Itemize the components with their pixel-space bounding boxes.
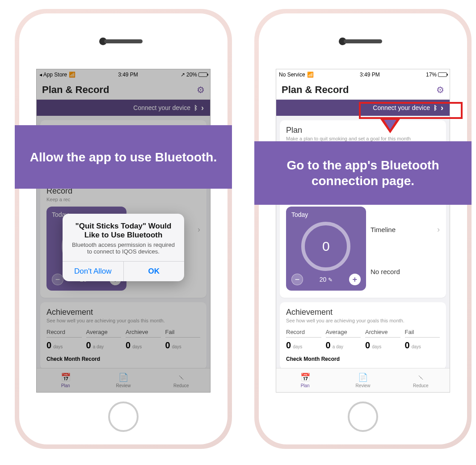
- tab-reduce[interactable]: ⟍Reduce: [392, 368, 450, 392]
- ach-col-average: Average0a day: [86, 329, 122, 351]
- today-label: Today: [291, 211, 361, 218]
- chevron-right-icon: [437, 225, 440, 234]
- page-title: Plan & Record: [42, 84, 109, 96]
- minus-button[interactable]: −: [291, 274, 303, 285]
- ach-col-archieve: Archieve0days: [365, 329, 400, 351]
- home-button[interactable]: [108, 402, 139, 432]
- tab-plan[interactable]: 📅Plan: [276, 368, 334, 392]
- battery-percent: 17%: [426, 72, 437, 78]
- reduce-icon: ⟍: [416, 372, 425, 382]
- status-time: 3:49 PM: [360, 72, 380, 78]
- pencil-icon: [328, 276, 333, 283]
- achievement-title: Achievement: [46, 308, 200, 317]
- ach-col-record: Record0days: [46, 329, 82, 351]
- timeline-row[interactable]: Timeline: [371, 222, 440, 237]
- tab-reduce[interactable]: ⟍Reduce: [152, 368, 210, 392]
- reduce-icon: ⟍: [176, 372, 186, 382]
- speaker-grill: [344, 39, 382, 43]
- speaker-grill: [104, 39, 143, 43]
- plus-button[interactable]: +: [349, 274, 361, 285]
- battery-percent: 20%: [186, 72, 197, 78]
- page-title: Plan & Record: [282, 84, 349, 96]
- calendar-icon: 📅: [61, 372, 71, 382]
- today-card: Today 0 − 20 +: [286, 207, 366, 291]
- plan-title: Plan: [286, 126, 440, 135]
- ach-col-archieve: Archieve0days: [126, 329, 161, 351]
- today-count-ring: 0: [301, 222, 350, 271]
- phone-frame-right: No Service 📶 3:49 PM 17% Plan & Record ⚙…: [254, 9, 472, 449]
- calendar-icon: 📅: [300, 372, 310, 382]
- plan-subtitle: Make a plan to quit smoking and set a go…: [286, 136, 440, 141]
- limit-value[interactable]: 20: [320, 276, 333, 283]
- check-month-record[interactable]: Check Month Record: [46, 356, 200, 362]
- ach-col-fail: Fail0days: [405, 329, 440, 351]
- gear-icon[interactable]: ⚙: [197, 85, 205, 95]
- home-button[interactable]: [348, 402, 378, 432]
- tab-bar: 📅Plan 📄Review ⟍Reduce: [37, 368, 210, 392]
- tab-plan[interactable]: 📅Plan: [37, 368, 94, 392]
- check-month-record[interactable]: Check Month Record: [286, 356, 440, 362]
- record-subtitle: Keep a rec: [46, 197, 200, 202]
- status-bar: ◂ App Store 📶 3:49 PM ↗ 20%: [37, 69, 210, 80]
- bluetooth-icon: [194, 104, 198, 111]
- achievement-title: Achievement: [286, 308, 440, 317]
- achievement-subtitle: See how well you are achieving your goal…: [46, 318, 200, 323]
- ach-col-record: Record0days: [286, 329, 321, 351]
- connect-device-label: Connect your device: [133, 104, 190, 111]
- tab-review[interactable]: 📄Review: [334, 368, 392, 392]
- document-icon: 📄: [358, 372, 368, 382]
- carrier-label: No Service: [279, 72, 305, 78]
- achievement-subtitle: See how well you are achieving your goal…: [286, 318, 440, 323]
- alert-ok-button[interactable]: OK: [124, 262, 185, 281]
- ach-col-average: Average0a day: [326, 329, 361, 351]
- achievement-section: Achievement See how well you are achievi…: [280, 302, 446, 369]
- status-bar: No Service 📶 3:49 PM 17%: [276, 69, 450, 80]
- phone-frame-left: ◂ App Store 📶 3:49 PM ↗ 20% Plan & Recor…: [15, 9, 232, 449]
- back-to-app[interactable]: ◂ App Store: [39, 72, 67, 78]
- tab-review[interactable]: 📄Review: [94, 368, 152, 392]
- status-time: 3:49 PM: [118, 72, 138, 78]
- battery-icon: [198, 72, 207, 77]
- document-icon: 📄: [118, 372, 128, 382]
- gear-icon[interactable]: ⚙: [436, 85, 444, 95]
- nav-bar: Plan & Record ⚙: [276, 80, 450, 100]
- chevron-right-icon: [198, 225, 200, 234]
- wifi-icon: 📶: [69, 72, 76, 78]
- battery-icon: [438, 72, 447, 77]
- bluetooth-permission-alert: "Quit Sticks Today" Would Like to Use Bl…: [63, 214, 184, 281]
- instruction-banner-right: Go to the app's Bluetooth connection pag…: [254, 141, 472, 205]
- alert-message: Bluetooth access permission is required …: [70, 241, 177, 255]
- location-icon: ↗: [181, 72, 185, 78]
- chevron-right-icon: [201, 103, 204, 113]
- highlight-rectangle: [359, 102, 463, 119]
- instruction-banner-left: Allow the app to use Bluetooth.: [15, 125, 232, 189]
- minus-button[interactable]: −: [52, 274, 63, 285]
- wifi-icon: 📶: [307, 72, 314, 78]
- callout-arrow-icon: [380, 119, 400, 133]
- tab-bar: 📅Plan 📄Review ⟍Reduce: [276, 368, 450, 392]
- alert-dont-allow-button[interactable]: Don't Allow: [63, 262, 124, 281]
- connect-device-bar[interactable]: Connect your device: [37, 100, 210, 116]
- nav-bar: Plan & Record ⚙: [37, 80, 210, 100]
- no-record-label: No record: [371, 268, 440, 275]
- alert-title: "Quit Sticks Today" Would Like to Use Bl…: [70, 222, 177, 240]
- ach-col-fail: Fail0days: [165, 329, 201, 351]
- achievement-section: Achievement See how well you are achievi…: [40, 302, 206, 369]
